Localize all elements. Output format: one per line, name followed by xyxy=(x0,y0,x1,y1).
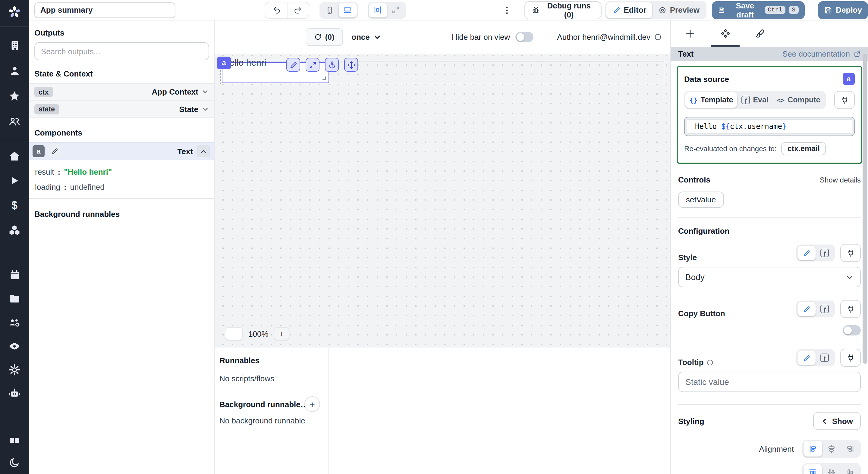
zoom-in-button[interactable]: + xyxy=(274,327,290,340)
tab-compute[interactable]: <> Compute xyxy=(773,92,825,108)
refresh-mode-dropdown[interactable]: once xyxy=(351,33,381,41)
sidebar-item-home[interactable] xyxy=(0,146,29,166)
style-eval-button[interactable]: f xyxy=(815,246,834,260)
move-component-button[interactable] xyxy=(344,58,358,72)
resize-handle[interactable] xyxy=(322,76,326,80)
reeval-dependency-pill[interactable]: ctx.email xyxy=(781,142,826,156)
windmill-logo[interactable] xyxy=(0,2,29,22)
sidebar-item-favorites[interactable] xyxy=(0,86,29,107)
expand-component-button[interactable] xyxy=(306,58,319,72)
set-value-button[interactable]: setValue xyxy=(678,192,724,208)
app-canvas[interactable]: Hello henri a xyxy=(215,54,670,347)
tooltip-plug-button[interactable] xyxy=(840,349,861,367)
search-outputs-input[interactable] xyxy=(34,42,209,60)
see-documentation-link[interactable]: See documentation xyxy=(782,49,861,59)
style-plug-button[interactable] xyxy=(840,244,861,262)
sidebar-item-apps[interactable] xyxy=(0,430,29,450)
undo-icon xyxy=(272,5,281,14)
center-layout-button[interactable] xyxy=(369,3,387,17)
background-runnables-title: Background runnables xyxy=(29,210,214,218)
sidebar-item-workspace[interactable] xyxy=(0,35,29,56)
tooltip-static-button[interactable] xyxy=(798,350,815,365)
chevron-down-icon[interactable] xyxy=(202,89,209,95)
style-label: Style xyxy=(678,253,697,262)
style-select[interactable]: Body xyxy=(678,267,861,287)
mobile-view-button[interactable] xyxy=(321,3,339,17)
show-details-link[interactable]: Show details xyxy=(820,176,861,184)
tab-component-settings[interactable] xyxy=(708,21,743,47)
deploy-button[interactable]: Deploy xyxy=(818,1,868,19)
plug-icon xyxy=(846,304,855,313)
sidebar-item-schedules[interactable] xyxy=(0,264,29,285)
more-menu-button[interactable] xyxy=(501,5,513,15)
sidebar-item-settings[interactable] xyxy=(0,360,29,380)
save-draft-button[interactable]: Save draft Ctrl S xyxy=(712,1,804,19)
template-code-editor[interactable]: Hello ${ctx.username} xyxy=(684,117,855,136)
redo-button[interactable] xyxy=(287,2,309,18)
windmill-logo-icon xyxy=(8,5,21,19)
align-center-h-button[interactable] xyxy=(822,441,841,456)
configuration-title: Configuration xyxy=(678,227,861,236)
sidebar-item-variables[interactable]: $ xyxy=(0,195,29,215)
data-source-component-badge: a xyxy=(843,73,855,85)
tooltip-label: Tooltip xyxy=(678,358,714,367)
tab-editor[interactable]: Editor xyxy=(607,2,652,18)
sidebar-item-groups[interactable] xyxy=(0,313,29,333)
app-summary-input[interactable] xyxy=(34,2,176,18)
align-bottom-button[interactable] xyxy=(841,464,860,474)
state-row[interactable]: state State xyxy=(29,101,214,118)
tooltip-eval-button[interactable]: f xyxy=(815,350,834,365)
sidebar-item-audit-logs[interactable] xyxy=(0,336,29,357)
save-icon xyxy=(718,6,725,14)
tab-eval[interactable]: f Eval xyxy=(737,92,772,108)
desktop-view-button[interactable] xyxy=(339,3,357,17)
connect-plug-button[interactable] xyxy=(834,91,855,109)
align-top-button[interactable] xyxy=(804,464,822,474)
collapse-component-button[interactable] xyxy=(196,145,210,157)
sidebar-item-runs[interactable] xyxy=(0,170,29,191)
sidebar-item-resources[interactable] xyxy=(0,220,29,240)
zoom-out-button[interactable]: − xyxy=(225,327,243,340)
tab-preview[interactable]: Preview xyxy=(652,2,706,18)
reeval-label: Re-evaluated on changes to: xyxy=(684,144,777,153)
tab-global-styling[interactable] xyxy=(743,21,778,47)
anchor-component-button[interactable] xyxy=(325,58,339,72)
ctx-row[interactable]: ctx App Context xyxy=(29,83,214,101)
rename-component-button[interactable] xyxy=(48,145,61,157)
style-static-button[interactable] xyxy=(798,246,815,260)
chevron-down-icon[interactable] xyxy=(202,106,209,112)
align-center-v-button[interactable] xyxy=(822,464,841,474)
hide-bar-toggle[interactable] xyxy=(516,32,533,42)
dark-mode-toggle[interactable] xyxy=(0,452,29,472)
styling-show-button[interactable]: Show xyxy=(813,412,861,430)
settings-scrollbar[interactable] xyxy=(863,54,867,364)
tab-template[interactable]: {} Template xyxy=(685,92,737,108)
copy-button-toggle[interactable] xyxy=(843,325,861,336)
component-list-item[interactable]: a Text xyxy=(29,142,214,160)
tooltip-input[interactable] xyxy=(678,372,861,392)
full-width-button[interactable] xyxy=(387,3,405,17)
copy-plug-button[interactable] xyxy=(840,300,861,318)
home-icon xyxy=(8,150,21,162)
output-loading-row[interactable]: loading : undefined xyxy=(29,182,214,192)
align-right-button[interactable] xyxy=(841,441,860,456)
building-icon xyxy=(9,39,20,51)
sidebar-item-folders[interactable] xyxy=(0,289,29,309)
output-result-row[interactable]: result : "Hello henri" xyxy=(29,167,214,176)
sidebar-item-user[interactable] xyxy=(0,60,29,81)
debug-runs-button[interactable]: Debug runs (0) xyxy=(524,1,601,19)
sidebar-item-ai[interactable] xyxy=(0,383,29,404)
ctx-type-label: App Context xyxy=(152,87,198,96)
sidebar-item-user-groups[interactable] xyxy=(0,111,29,132)
copy-static-button[interactable] xyxy=(798,302,815,316)
tab-insert-component[interactable] xyxy=(673,21,708,47)
info-icon[interactable] xyxy=(654,33,662,41)
undo-button[interactable] xyxy=(265,2,287,18)
braces-icon: {} xyxy=(689,96,698,104)
refresh-app-button[interactable]: (0) xyxy=(306,28,343,46)
align-left-button[interactable] xyxy=(804,441,822,456)
dollar-icon: $ xyxy=(11,200,18,211)
edit-component-button[interactable] xyxy=(286,58,300,72)
add-background-runnable-button[interactable]: + xyxy=(304,396,320,412)
copy-eval-button[interactable]: f xyxy=(815,302,834,316)
